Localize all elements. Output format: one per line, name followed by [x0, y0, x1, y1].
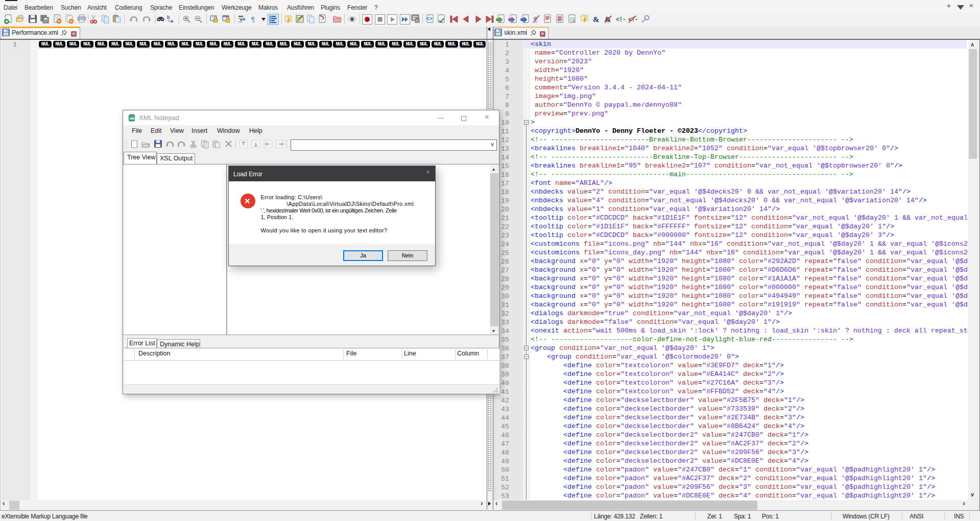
svg-text:XML: XML [130, 117, 135, 120]
svg-text:b: b [167, 15, 170, 20]
svg-text:&: & [593, 15, 600, 23]
svg-text:<!--: <!-- [616, 16, 626, 23]
svg-text:a: a [171, 18, 174, 23]
svg-text:¶: ¶ [251, 15, 255, 23]
svg-text:<>: <> [426, 16, 433, 22]
svg-text:<!--: <!-- [628, 16, 638, 23]
